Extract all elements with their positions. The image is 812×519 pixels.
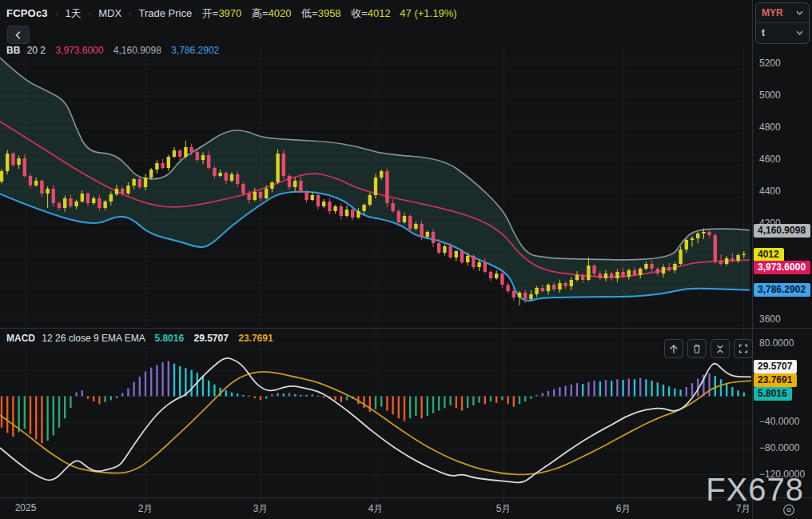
low-label: 低=	[301, 7, 318, 19]
macd-line-value: 29.5707	[193, 333, 228, 344]
unit-value: t	[762, 27, 765, 38]
open-label: 开=	[202, 7, 219, 19]
bb-indicator-row[interactable]: BB 20 2 3,973.6000 4,160.9098 3,786.2902	[6, 45, 219, 56]
open-value: 3970	[218, 7, 241, 19]
chart-window: FCPOc3 · 1天 · MDX · Trade Price 开=3970 高…	[0, 0, 812, 519]
bb-upper-value: 4,160.9098	[113, 45, 161, 56]
time-tick-label: 3月	[253, 502, 269, 516]
separator: ·	[88, 7, 91, 19]
price-tick-label: 5000	[759, 90, 781, 101]
change-value: 47 (+1.19%)	[400, 7, 456, 19]
interval[interactable]: 1天	[65, 7, 81, 19]
maximize-pane-button[interactable]	[734, 339, 753, 358]
time-tick-label: 5月	[496, 502, 511, 516]
pane-toolbar	[664, 339, 753, 358]
close-value: 4012	[368, 7, 391, 19]
axis-unit-selector: MYR t	[755, 2, 810, 44]
bb-basis-value: 3,973.6000	[55, 45, 103, 56]
low-value: 3958	[318, 7, 341, 19]
unit-select[interactable]: t	[756, 22, 809, 42]
collapse-pane-button[interactable]	[710, 339, 730, 358]
price-badge: 4,160.9098	[754, 224, 810, 238]
time-tick-label: 4月	[368, 502, 384, 516]
macd-params: 12 26 close 9 EMA EMA	[42, 333, 145, 344]
macd-hist-value: 5.8016	[154, 333, 184, 344]
price-badge: 4012	[754, 248, 784, 261]
high-label: 高=	[252, 7, 269, 19]
maximize-pane-icon	[737, 342, 750, 355]
separator: ·	[54, 7, 58, 19]
close-label: 收=	[351, 7, 368, 19]
delete-pane-icon	[691, 342, 703, 355]
separator: ·	[129, 7, 132, 19]
currency-value: MYR	[762, 7, 783, 18]
chevron-left-icon	[14, 31, 22, 39]
time-tick-label: 2月	[138, 502, 153, 516]
macd-tick-label: −40.0000	[759, 416, 799, 427]
series-type: Trade Price	[138, 7, 192, 19]
macd-indicator-row[interactable]: MACD 12 26 close 9 EMA EMA 5.8016 29.570…	[6, 333, 273, 344]
price-tick-label: 5200	[759, 58, 781, 69]
bb-title: BB	[6, 45, 20, 56]
bb-lower-value: 3,786.2902	[171, 45, 219, 56]
macd-tick-label: −80.0000	[759, 442, 799, 453]
currency-select[interactable]: MYR	[756, 3, 809, 22]
macd-signal-value: 23.7691	[238, 333, 273, 344]
macd-tick-label: 80.0000	[759, 337, 794, 349]
exchange: MDX	[98, 7, 121, 19]
symbol-header: FCPOc3 · 1天 · MDX · Trade Price 开=3970 高…	[6, 6, 457, 21]
macd-title: MACD	[6, 333, 35, 344]
time-axis-settings-button[interactable]	[782, 503, 796, 519]
price-tick-label: 4400	[759, 186, 781, 197]
gear-icon	[782, 503, 796, 517]
collapse-pane-icon	[714, 342, 726, 355]
price-badge: 3,973.6000	[754, 261, 810, 274]
price-badge: 23.7691	[754, 373, 797, 387]
price-tick-label: 4600	[759, 154, 781, 165]
high-value: 4020	[269, 7, 292, 19]
price-badge: 5.8016	[754, 387, 792, 401]
price-tick-label: 4800	[759, 122, 781, 133]
chart-canvas[interactable]	[0, 0, 752, 497]
chevron-down-icon	[796, 10, 803, 15]
price-badge: 29.5707	[754, 360, 797, 373]
price-badge: 3,786.2902	[754, 283, 810, 297]
move-pane-up-button[interactable]	[664, 339, 683, 358]
back-button[interactable]	[7, 26, 30, 44]
price-tick-label: 3600	[759, 313, 781, 325]
delete-pane-button[interactable]	[687, 339, 707, 358]
bb-params: 20 2	[27, 45, 46, 56]
fx678-watermark: FX678	[706, 473, 804, 505]
chevron-down-icon	[796, 30, 803, 35]
time-tick-label: 6月	[616, 502, 631, 516]
move-pane-up-icon	[667, 342, 680, 355]
time-tick-label: 2025	[15, 502, 37, 513]
symbol-name[interactable]: FCPOc3	[6, 7, 48, 19]
